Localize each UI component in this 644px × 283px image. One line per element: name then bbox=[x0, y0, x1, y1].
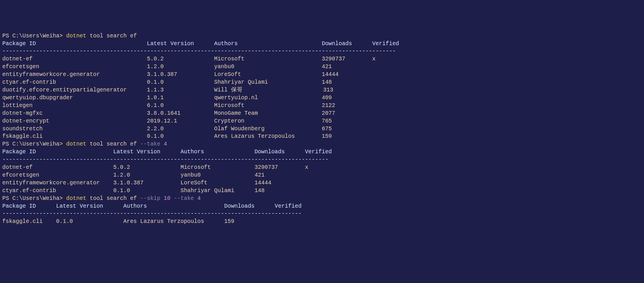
table-row: dotnet-ef 5.0.2 Microsoft 3290737 x bbox=[2, 56, 376, 62]
table-row: entityframeworkcore.generator 3.1.0.387 … bbox=[2, 71, 339, 78]
table-row: soundstretch 2.2.0 Olaf Woudenberg 675 bbox=[2, 126, 332, 132]
command-flag: --take bbox=[174, 195, 194, 202]
prompt-path: C:\Users\Weiha bbox=[12, 195, 59, 202]
command-exe: dotnet bbox=[66, 195, 86, 202]
table-row: ctyar.ef-contrib 0.1.0 Shahriyar Qulami … bbox=[2, 188, 265, 194]
prompt-line-3: PS C:\Users\Weiha> dotnet tool search ef… bbox=[2, 195, 201, 202]
prompt-path: C:\Users\Weiha bbox=[12, 141, 59, 147]
table-header-1: Package ID Latest Version Authors Downlo… bbox=[2, 41, 399, 47]
table-row: duotify.efcore.entitypartialgenerator 1.… bbox=[2, 87, 333, 93]
command-args: tool search ef bbox=[86, 141, 140, 147]
table-row: efcoretsgen 1.2.0 yanbu0 421 bbox=[2, 172, 265, 178]
command-number: 4 bbox=[194, 195, 201, 202]
command-exe: dotnet bbox=[66, 33, 86, 39]
prompt-gt: > bbox=[59, 141, 66, 147]
table-row: dotnet-encrypt 2019.12.1 Crypteron 765 bbox=[2, 118, 332, 124]
table-header-3: Package ID Latest Version Authors Downlo… bbox=[2, 203, 301, 209]
table-dashes-2: ----------------------------------------… bbox=[2, 156, 328, 163]
prompt-line-1: PS C:\Users\Weiha> dotnet tool search ef bbox=[2, 33, 137, 39]
prompt-ps: PS bbox=[2, 141, 12, 147]
prompt-gt: > bbox=[59, 33, 66, 39]
command-number: 10 bbox=[160, 195, 174, 202]
table-row: entityframeworkcore.generator 3.1.0.387 … bbox=[2, 180, 271, 186]
command-flag: --take bbox=[140, 141, 160, 147]
table-row: ctyar.ef-contrib 0.1.0 Shahriyar Qulami … bbox=[2, 79, 332, 85]
table-header-2: Package ID Latest Version Authors Downlo… bbox=[2, 149, 332, 155]
table-row: qwertyuiop.dbupgrader 1.0.1 qwertyuiop.n… bbox=[2, 95, 332, 101]
table-dashes-3: ----------------------------------------… bbox=[2, 211, 301, 217]
table-row: dotnet-ef 5.0.2 Microsoft 3290737 x bbox=[2, 164, 308, 171]
command-flag: --skip bbox=[140, 195, 160, 202]
prompt-ps: PS bbox=[2, 33, 12, 39]
prompt-line-2: PS C:\Users\Weiha> dotnet tool search ef… bbox=[2, 141, 167, 147]
command-args: tool search ef bbox=[86, 33, 137, 39]
command-exe: dotnet bbox=[66, 141, 86, 147]
prompt-path: C:\Users\Weiha bbox=[12, 33, 59, 39]
table-row: fskaggle.cli 0.1.0 Ares Lazarus Terzopou… bbox=[2, 218, 234, 225]
command-args: tool search ef bbox=[86, 195, 140, 202]
table-row: fskaggle.cli 0.1.0 Ares Lazarus Terzopou… bbox=[2, 133, 332, 139]
prompt-ps: PS bbox=[2, 195, 12, 202]
prompt-gt: > bbox=[59, 195, 66, 202]
command-number: 4 bbox=[160, 141, 167, 147]
table-row: lottiegen 6.1.0 Microsoft 2122 bbox=[2, 102, 335, 109]
table-row: dotnet-mgfxc 3.8.0.1641 MonoGame Team 20… bbox=[2, 110, 335, 116]
terminal-output[interactable]: PS C:\Users\Weiha> dotnet tool search ef… bbox=[2, 32, 642, 226]
table-row: efcoretsgen 1.2.0 yanbu0 421 bbox=[2, 64, 332, 70]
table-dashes-1: ----------------------------------------… bbox=[2, 48, 396, 54]
